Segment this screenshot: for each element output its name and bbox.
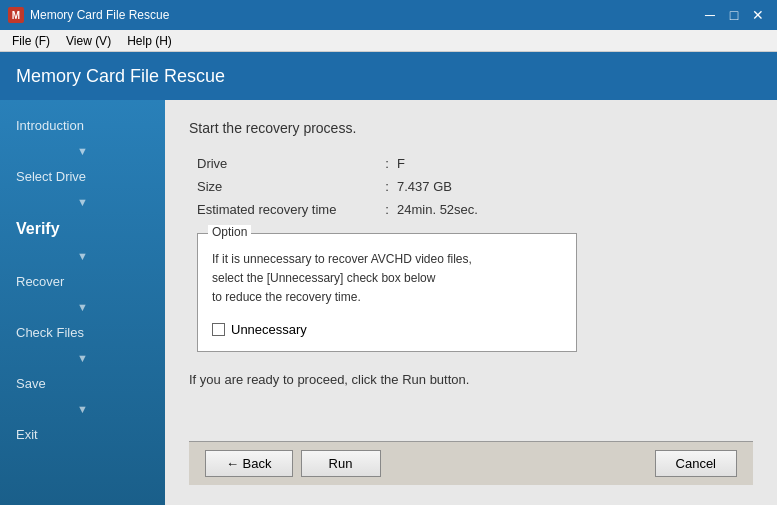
info-table: Drive : F Size : 7.437 GB Estimated reco…: [197, 156, 753, 217]
sidebar-item-save[interactable]: Save: [0, 366, 165, 401]
content-title: Start the recovery process.: [189, 120, 753, 136]
drive-value: F: [397, 156, 405, 171]
maximize-button[interactable]: □: [723, 4, 745, 26]
size-value: 7.437 GB: [397, 179, 452, 194]
estimated-colon: :: [377, 202, 397, 217]
arrow-6: ▼: [0, 401, 165, 417]
estimated-row: Estimated recovery time : 24min. 52sec.: [197, 202, 753, 217]
drive-colon: :: [377, 156, 397, 171]
option-box-title: Option: [208, 225, 251, 239]
size-colon: :: [377, 179, 397, 194]
option-box-text: If it is unnecessary to recover AVCHD vi…: [212, 250, 562, 308]
help-menu[interactable]: Help (H): [119, 32, 180, 50]
arrow-3: ▼: [0, 248, 165, 264]
menu-bar: File (F) View (V) Help (H): [0, 30, 777, 52]
sidebar-item-exit[interactable]: Exit: [0, 417, 165, 452]
size-label: Size: [197, 179, 377, 194]
bottom-left-buttons: ← Back Run: [205, 450, 381, 477]
cancel-button[interactable]: Cancel: [655, 450, 737, 477]
sidebar-item-select-drive[interactable]: Select Drive: [0, 159, 165, 194]
arrow-4: ▼: [0, 299, 165, 315]
title-bar-text: Memory Card File Rescue: [30, 8, 693, 22]
minimize-button[interactable]: ─: [699, 4, 721, 26]
estimated-value: 24min. 52sec.: [397, 202, 478, 217]
close-button[interactable]: ✕: [747, 4, 769, 26]
arrow-1: ▼: [0, 143, 165, 159]
unnecessary-label: Unnecessary: [231, 322, 307, 337]
app-header: Memory Card File Rescue: [0, 52, 777, 100]
app-header-title: Memory Card File Rescue: [16, 66, 225, 87]
estimated-label: Estimated recovery time: [197, 202, 377, 217]
app-icon: M: [8, 7, 24, 23]
drive-label: Drive: [197, 156, 377, 171]
drive-row: Drive : F: [197, 156, 753, 171]
main-layout: Introduction ▼ Select Drive ▼ Verify ▼ R…: [0, 100, 777, 505]
sidebar-item-verify[interactable]: Verify: [0, 210, 165, 248]
sidebar-item-recover[interactable]: Recover: [0, 264, 165, 299]
ready-text: If you are ready to proceed, click the R…: [189, 372, 753, 387]
title-bar: M Memory Card File Rescue ─ □ ✕: [0, 0, 777, 30]
unnecessary-checkbox[interactable]: [212, 323, 225, 336]
title-bar-controls: ─ □ ✕: [699, 4, 769, 26]
unnecessary-checkbox-row[interactable]: Unnecessary: [212, 322, 562, 337]
bottom-bar: ← Back Run Cancel: [189, 441, 753, 485]
option-box: Option If it is unnecessary to recover A…: [197, 233, 577, 352]
back-button[interactable]: ← Back: [205, 450, 293, 477]
sidebar-item-introduction[interactable]: Introduction: [0, 108, 165, 143]
size-row: Size : 7.437 GB: [197, 179, 753, 194]
content-area: Start the recovery process. Drive : F Si…: [165, 100, 777, 505]
arrow-2: ▼: [0, 194, 165, 210]
run-button[interactable]: Run: [301, 450, 381, 477]
sidebar-item-check-files[interactable]: Check Files: [0, 315, 165, 350]
file-menu[interactable]: File (F): [4, 32, 58, 50]
arrow-5: ▼: [0, 350, 165, 366]
sidebar: Introduction ▼ Select Drive ▼ Verify ▼ R…: [0, 100, 165, 505]
view-menu[interactable]: View (V): [58, 32, 119, 50]
